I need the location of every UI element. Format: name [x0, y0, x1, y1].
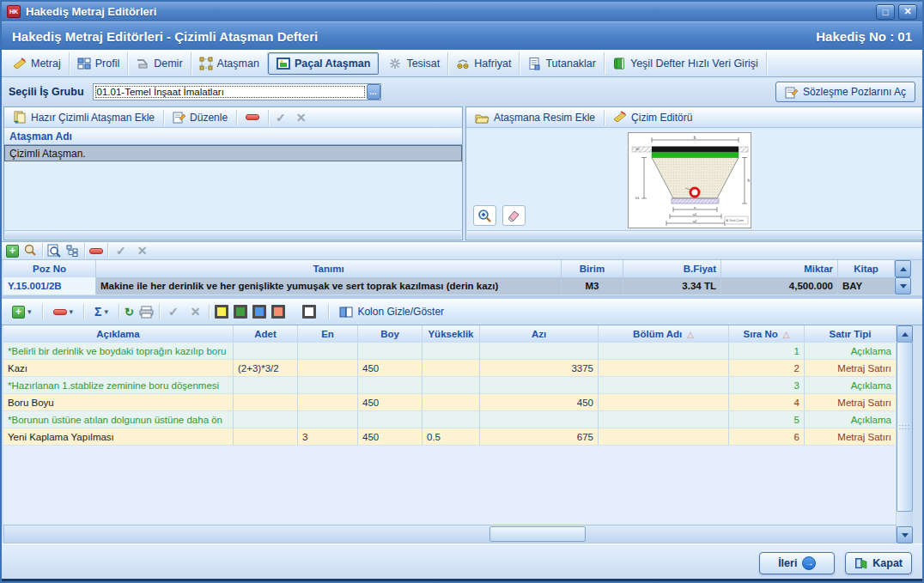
adet-cell[interactable] [234, 343, 298, 360]
aciklama-cell[interactable]: Yeni Kaplama Yapılması [3, 428, 234, 446]
edit-attachment-button[interactable]: Düzenle [167, 109, 233, 125]
col-bolum-adi[interactable]: Bölüm Adı△ [599, 325, 729, 343]
scroll-down-button[interactable] [897, 526, 913, 544]
tanim-cell[interactable]: Makine ile her derinlik ve her genişlikt… [96, 277, 562, 295]
poz-table-row[interactable]: Y.15.001/2B Makine ile her derinlik ve h… [3, 277, 895, 295]
aciklama-cell[interactable]: Kazı [3, 360, 234, 377]
tab-profil[interactable]: Profil [70, 52, 128, 75]
sira-no-cell[interactable]: 6 [729, 428, 805, 446]
yukseklik-cell[interactable] [422, 343, 480, 360]
adet-cell[interactable] [234, 377, 298, 394]
table-row[interactable]: *Belirli bir derinlik ve boydaki toprağı… [3, 343, 897, 360]
add-image-button[interactable]: Ataşmana Resim Ekle [470, 110, 600, 125]
col-kitap[interactable]: Kitap [838, 260, 895, 278]
tab-pacal-atasman[interactable]: Paçal Ataşman [268, 52, 379, 75]
yukseklik-cell[interactable] [422, 394, 480, 411]
col-boy[interactable]: Boy [358, 325, 422, 343]
scroll-down-button[interactable] [895, 277, 911, 295]
erase-image-button[interactable] [502, 205, 526, 226]
add-row-button[interactable]: +▾ [7, 304, 37, 320]
birim-cell[interactable]: M3 [562, 277, 623, 295]
drawing-editor-button[interactable]: Çizim Editörü [608, 109, 697, 125]
print-button[interactable] [139, 306, 154, 319]
en-cell[interactable] [298, 394, 358, 411]
cancel-icon[interactable]: ✕ [134, 244, 151, 258]
tab-tutanaklar[interactable]: Tutanaklar [520, 52, 605, 75]
b-fiyat-cell[interactable]: 3.34 TL [623, 277, 721, 295]
sira-no-cell[interactable]: 4 [729, 394, 805, 411]
column-show-hide-button[interactable]: Kolon Gizle/Göster [334, 304, 449, 319]
tab-metraj[interactable]: Metraj [5, 52, 70, 75]
row-color-white-swatch[interactable] [302, 305, 316, 319]
add-ready-attachment-button[interactable]: Hazır Çizimli Ataşman Ekle [8, 109, 160, 125]
close-dialog-button[interactable]: Kapat [845, 552, 912, 574]
sira-no-cell[interactable]: 5 [729, 411, 805, 428]
yukseklik-cell[interactable] [422, 360, 480, 377]
en-cell[interactable]: 3 [298, 428, 358, 446]
azi-cell[interactable] [480, 377, 599, 394]
attachment-list-header[interactable]: Ataşman Adı [4, 128, 462, 145]
cancel-icon[interactable]: ✕ [293, 111, 310, 124]
col-miktar[interactable]: Miktar [721, 260, 838, 278]
preview-hscrollbar[interactable] [467, 230, 922, 239]
bolum-adi-cell[interactable] [599, 360, 729, 377]
tab-hafriyat[interactable]: Hafriyat [448, 52, 520, 75]
aciklama-cell[interactable]: *Borunun üstüne atılan dolgunun üstüne d… [3, 411, 234, 428]
table-row[interactable]: *Borunun üstüne atılan dolgunun üstüne d… [3, 411, 897, 428]
en-cell[interactable] [298, 343, 358, 360]
next-button[interactable]: İleri → [759, 552, 835, 574]
search-edit-icon[interactable] [23, 244, 38, 258]
bolum-adi-cell[interactable] [599, 394, 729, 411]
azi-cell[interactable] [480, 343, 599, 360]
col-aciklama[interactable]: Açıklama [3, 325, 234, 343]
col-poz-no[interactable]: Poz No [3, 260, 96, 278]
boy-cell[interactable] [358, 343, 422, 360]
sira-no-cell[interactable]: 3 [729, 377, 805, 394]
col-en[interactable]: En [298, 325, 358, 343]
satir-tipi-cell[interactable]: Açıklama [805, 411, 897, 428]
adet-cell[interactable] [234, 411, 298, 428]
delete-poz-button[interactable] [89, 248, 103, 254]
bolum-adi-cell[interactable] [599, 411, 729, 428]
tree-view-icon[interactable] [66, 244, 80, 258]
en-cell[interactable] [298, 411, 358, 428]
metraj-vscrollbar[interactable]: :::: [897, 325, 913, 544]
search-document-icon[interactable] [47, 244, 62, 258]
confirm-icon[interactable]: ✓ [165, 305, 182, 319]
satir-tipi-cell[interactable]: Metraj Satırı [805, 428, 897, 446]
attachment-list-item[interactable]: Çizimli Ataşman. [4, 145, 462, 161]
yukseklik-cell[interactable] [422, 411, 480, 428]
azi-cell[interactable] [480, 411, 599, 428]
sum-button[interactable]: Σ▾ [89, 303, 113, 320]
tab-tesisat[interactable]: Tesisat [380, 52, 448, 75]
boy-cell[interactable]: 450 [358, 360, 422, 377]
kitap-cell[interactable]: BAY [838, 277, 895, 295]
yukseklik-cell[interactable]: 0.5 [422, 428, 480, 446]
azi-cell[interactable]: 450 [480, 394, 599, 411]
zoom-in-button[interactable] [473, 205, 496, 226]
poz-no-cell[interactable]: Y.15.001/2B [3, 277, 96, 295]
boy-cell[interactable]: 450 [358, 428, 422, 446]
col-tanim[interactable]: Tanımı [96, 260, 562, 278]
boy-cell[interactable] [358, 377, 422, 394]
col-adet[interactable]: Adet [234, 325, 298, 343]
scroll-up-button[interactable] [897, 325, 913, 343]
scroll-up-button[interactable] [895, 260, 911, 277]
attachment-drawing-thumbnail[interactable]: b [628, 132, 751, 228]
tab-atasman[interactable]: Ataşman [191, 52, 268, 75]
confirm-icon[interactable]: ✓ [112, 244, 130, 258]
boy-cell[interactable]: 450 [358, 394, 422, 411]
adet-cell[interactable]: (2+3)*3/2 [234, 360, 298, 377]
bolum-adi-cell[interactable] [599, 343, 729, 360]
aciklama-cell[interactable]: *Hazırlanan 1.stablize zeminine boru döş… [3, 377, 234, 394]
delete-row-button[interactable]: ▾ [48, 306, 79, 318]
aciklama-cell[interactable]: *Belirli bir derinlik ve boydaki toprağı… [3, 343, 234, 360]
sira-no-cell[interactable]: 1 [729, 343, 805, 360]
azi-cell[interactable]: 675 [480, 428, 599, 446]
row-color-blue-swatch[interactable] [252, 305, 266, 319]
add-poz-button[interactable]: + [6, 245, 19, 258]
yukseklik-cell[interactable] [422, 377, 480, 394]
satir-tipi-cell[interactable]: Metraj Satırı [805, 394, 897, 411]
sira-no-cell[interactable]: 2 [729, 360, 805, 377]
table-row[interactable]: *Hazırlanan 1.stablize zeminine boru döş… [3, 377, 897, 394]
